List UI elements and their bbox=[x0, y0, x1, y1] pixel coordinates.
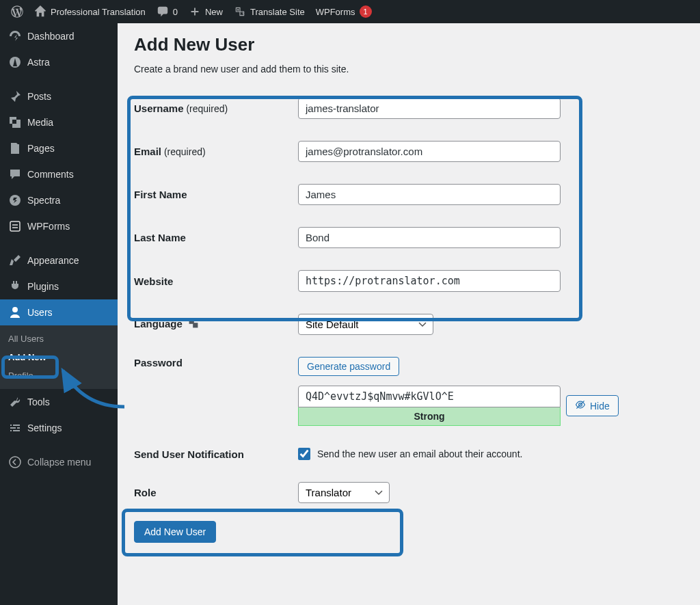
submenu-item-add-new[interactable]: Add New bbox=[0, 348, 118, 366]
media-icon bbox=[8, 116, 22, 129]
page-subtitle: Create a brand new user and add them to … bbox=[134, 64, 684, 75]
wpforms-link[interactable]: WPForms 1 bbox=[310, 0, 377, 23]
sidebar-item-label: Pages bbox=[27, 143, 55, 154]
sidebar-item-collapse[interactable]: Collapse menu bbox=[0, 449, 118, 475]
svg-rect-3 bbox=[10, 221, 20, 231]
pages-icon bbox=[8, 142, 22, 155]
add-user-form: Username (required) Email (required) Fir… bbox=[134, 87, 684, 554]
username-label: Username (required) bbox=[134, 103, 298, 114]
sidebar-item-appearance[interactable]: Appearance bbox=[0, 247, 118, 273]
comments-count: 0 bbox=[173, 7, 178, 17]
sidebar-item-posts[interactable]: Posts bbox=[0, 83, 118, 109]
admin-sidebar: Dashboard Astra Posts Media Pages Commen… bbox=[0, 23, 118, 605]
dashboard-icon bbox=[8, 29, 22, 43]
last-name-label: Last Name bbox=[134, 232, 298, 243]
send-notification-checkbox[interactable] bbox=[298, 448, 310, 460]
username-input[interactable] bbox=[298, 98, 561, 119]
admin-bar: Professional Translation 0 New 文 Transla… bbox=[0, 0, 700, 23]
sidebar-item-label: Appearance bbox=[27, 255, 79, 266]
svg-text:文: 文 bbox=[241, 11, 245, 15]
pin-icon bbox=[8, 90, 22, 103]
plus-icon bbox=[189, 5, 201, 18]
sidebar-item-label: Spectra bbox=[27, 195, 60, 206]
add-new-user-button[interactable]: Add New User bbox=[134, 521, 216, 543]
sidebar-item-users[interactable]: Users bbox=[0, 299, 118, 325]
site-name-label: Professional Translation bbox=[51, 7, 146, 17]
sidebar-item-label: Astra bbox=[27, 57, 50, 68]
plugins-icon bbox=[8, 280, 22, 293]
sidebar-item-label: Users bbox=[27, 307, 53, 318]
sidebar-item-dashboard[interactable]: Dashboard bbox=[0, 23, 118, 49]
home-icon bbox=[34, 5, 46, 18]
wpforms-icon bbox=[8, 219, 22, 233]
password-strength: Strong bbox=[298, 407, 561, 426]
svg-point-4 bbox=[10, 457, 21, 468]
sidebar-item-label: Collapse menu bbox=[27, 457, 91, 468]
new-content-link[interactable]: New bbox=[183, 0, 228, 23]
eye-slash-icon bbox=[575, 399, 586, 412]
sidebar-item-label: Settings bbox=[27, 422, 62, 433]
sidebar-item-label: Tools bbox=[27, 396, 50, 407]
last-name-input[interactable] bbox=[298, 227, 561, 248]
submenu-users: All Users Add New Profile bbox=[0, 325, 118, 389]
translate-icon bbox=[188, 318, 199, 331]
submenu-item-all-users[interactable]: All Users bbox=[0, 330, 118, 348]
email-label: Email (required) bbox=[134, 146, 298, 157]
sidebar-item-settings[interactable]: Settings bbox=[0, 415, 118, 441]
svg-rect-6 bbox=[193, 323, 198, 327]
sidebar-item-label: Comments bbox=[27, 169, 74, 180]
translate-site-link[interactable]: 文 Translate Site bbox=[228, 0, 310, 23]
translate-site-label: Translate Site bbox=[250, 7, 305, 17]
users-icon bbox=[8, 306, 22, 319]
sidebar-item-label: Dashboard bbox=[27, 31, 75, 42]
sidebar-item-label: Media bbox=[27, 117, 53, 128]
new-content-label: New bbox=[205, 7, 223, 17]
sidebar-item-astra[interactable]: Astra bbox=[0, 49, 118, 75]
page-title: Add New User bbox=[134, 34, 684, 55]
site-name-link[interactable]: Professional Translation bbox=[29, 0, 151, 23]
sidebar-item-label: Posts bbox=[27, 91, 51, 102]
wpforms-badge: 1 bbox=[360, 5, 372, 18]
appearance-icon bbox=[8, 254, 22, 267]
password-input[interactable] bbox=[298, 386, 561, 407]
settings-icon bbox=[8, 421, 22, 435]
hide-password-button[interactable]: Hide bbox=[566, 395, 619, 416]
website-label: Website bbox=[134, 275, 298, 287]
wpforms-label: WPForms bbox=[316, 7, 355, 17]
comments-icon bbox=[8, 167, 22, 181]
collapse-icon bbox=[8, 455, 22, 469]
language-label: Language bbox=[134, 318, 298, 332]
sidebar-item-pages[interactable]: Pages bbox=[0, 135, 118, 161]
sidebar-item-spectra[interactable]: Spectra bbox=[0, 187, 118, 213]
email-input[interactable] bbox=[298, 141, 561, 162]
send-notification-label: Send User Notification bbox=[134, 448, 298, 460]
spectra-icon bbox=[8, 193, 22, 207]
wp-logo[interactable] bbox=[5, 0, 29, 23]
first-name-label: First Name bbox=[134, 189, 298, 200]
first-name-input[interactable] bbox=[298, 184, 561, 205]
tools-icon bbox=[8, 395, 22, 409]
sidebar-item-wpforms[interactable]: WPForms bbox=[0, 213, 118, 239]
generate-password-button[interactable]: Generate password bbox=[298, 357, 399, 376]
translate-icon: 文 bbox=[234, 5, 246, 18]
main-content: Add New User Create a brand new user and… bbox=[118, 23, 700, 565]
sidebar-item-label: Plugins bbox=[27, 281, 59, 292]
language-select[interactable]: Site Default bbox=[298, 314, 433, 335]
role-select[interactable]: Translator bbox=[298, 482, 390, 503]
sidebar-item-tools[interactable]: Tools bbox=[0, 389, 118, 415]
sidebar-item-plugins[interactable]: Plugins bbox=[0, 273, 118, 299]
astra-icon bbox=[8, 55, 22, 69]
send-notification-desc: Send the new user an email about their a… bbox=[317, 448, 522, 459]
sidebar-item-comments[interactable]: Comments bbox=[0, 161, 118, 187]
comment-icon bbox=[157, 5, 169, 18]
sidebar-item-label: WPForms bbox=[27, 221, 70, 232]
role-label: Role bbox=[134, 487, 298, 498]
sidebar-item-media[interactable]: Media bbox=[0, 109, 118, 135]
submenu-item-profile[interactable]: Profile bbox=[0, 366, 118, 385]
website-input[interactable] bbox=[298, 270, 561, 292]
wordpress-icon bbox=[11, 5, 23, 18]
password-label: Password bbox=[134, 357, 298, 368]
comments-link[interactable]: 0 bbox=[151, 0, 183, 23]
